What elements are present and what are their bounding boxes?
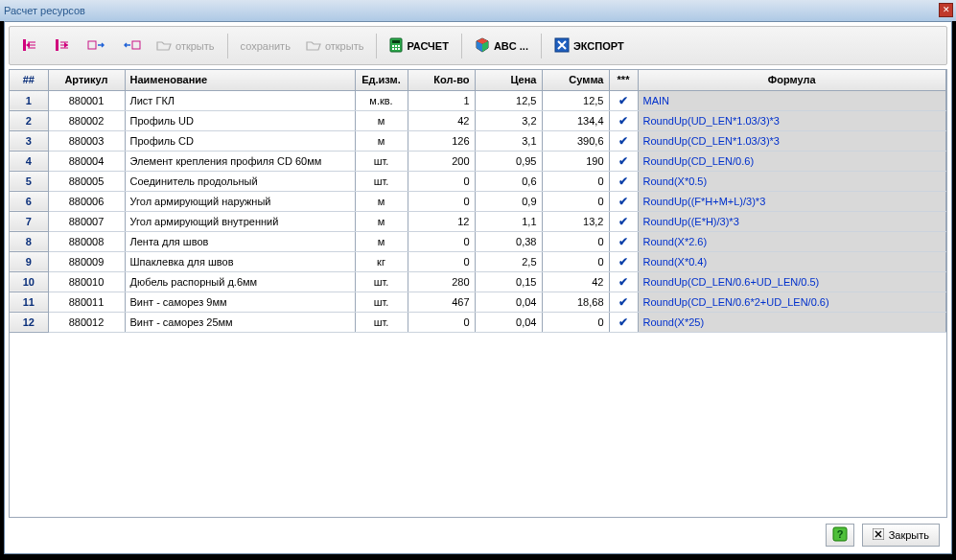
cell-qty[interactable]: 0 <box>408 191 475 211</box>
cell-qty[interactable]: 126 <box>408 130 475 151</box>
cell-formula[interactable]: RoundUp((F*H+M+L)/3)*3 <box>638 191 946 211</box>
cell-name[interactable]: Элемент крепления профиля CD 60мм <box>125 151 355 171</box>
cell-name[interactable]: Угол армирующий внутренний <box>125 211 355 231</box>
cell-qty[interactable]: 12 <box>408 211 475 231</box>
cell-formula[interactable]: Round(X*25) <box>638 312 946 332</box>
cell-unit[interactable]: м.кв. <box>355 90 408 110</box>
cell-sum[interactable]: 18,68 <box>542 292 609 312</box>
tb-arrow-left[interactable] <box>15 32 46 60</box>
col-header-formula[interactable]: Формула <box>638 70 946 90</box>
cell-article[interactable]: 880002 <box>48 110 125 130</box>
window-close-button[interactable]: ✕ <box>939 3 953 17</box>
cell-article[interactable]: 880007 <box>48 211 125 231</box>
tb-arrow-right[interactable] <box>48 32 79 60</box>
cell-unit[interactable]: м <box>355 211 408 231</box>
cell-check[interactable]: ✔ <box>609 251 638 271</box>
cell-formula[interactable]: MAIN <box>638 90 946 110</box>
cell-formula[interactable]: Round(X*0.4) <box>638 251 946 271</box>
col-header-check[interactable]: *** <box>609 70 638 90</box>
cell-unit[interactable]: кг <box>355 251 408 271</box>
table-row[interactable]: 8880008Лента для швовм00,380✔Round(X*2.6… <box>10 231 946 251</box>
cell-article[interactable]: 880004 <box>48 151 125 171</box>
cell-check[interactable]: ✔ <box>609 271 638 292</box>
cell-name[interactable]: Профиль CD <box>125 130 355 151</box>
cell-sum[interactable]: 0 <box>542 231 609 251</box>
cell-unit[interactable]: шт. <box>355 312 408 332</box>
cell-name[interactable]: Дюбель распорный д.6мм <box>125 271 355 292</box>
cell-price[interactable]: 1,1 <box>475 211 542 231</box>
cell-article[interactable]: 880011 <box>48 292 125 312</box>
cell-name[interactable]: Винт - саморез 25мм <box>125 312 355 332</box>
table-row[interactable]: 12880012Винт - саморез 25ммшт.00,040✔Rou… <box>10 312 946 332</box>
table-row[interactable]: 5880005Соединитель продольныйшт.00,60✔Ro… <box>10 171 946 191</box>
cell-price[interactable]: 0,04 <box>475 292 542 312</box>
cell-formula[interactable]: RoundUp(CD_LEN/0.6*2+UD_LEN/0.6) <box>638 292 946 312</box>
cell-formula[interactable]: RoundUp(CD_LEN*1.03/3)*3 <box>638 130 946 151</box>
cell-sum[interactable]: 190 <box>542 151 609 171</box>
col-header-num[interactable]: ## <box>10 70 48 90</box>
cell-sum[interactable]: 0 <box>542 191 609 211</box>
cell-article[interactable]: 880003 <box>48 130 125 151</box>
cell-name[interactable]: Лента для швов <box>125 231 355 251</box>
table-row[interactable]: 7880007Угол армирующий внутреннийм121,11… <box>10 211 946 231</box>
cell-qty[interactable]: 280 <box>408 271 475 292</box>
table-row[interactable]: 6880006Угол армирующий наружныйм00,90✔Ro… <box>10 191 946 211</box>
cell-check[interactable]: ✔ <box>609 90 638 110</box>
cell-article[interactable]: 880012 <box>48 312 125 332</box>
cell-unit[interactable]: м <box>355 130 408 151</box>
cell-unit[interactable]: шт. <box>355 271 408 292</box>
cell-qty[interactable]: 42 <box>408 110 475 130</box>
col-header-article[interactable]: Артикул <box>48 70 125 90</box>
cell-sum[interactable]: 0 <box>542 171 609 191</box>
cell-formula[interactable]: RoundUp(CD_LEN/0.6+UD_LEN/0.5) <box>638 271 946 292</box>
cell-check[interactable]: ✔ <box>609 292 638 312</box>
cell-formula[interactable]: RoundUp((E*H)/3)*3 <box>638 211 946 231</box>
cell-unit[interactable]: шт. <box>355 151 408 171</box>
tb-save[interactable]: сохранить <box>234 32 297 60</box>
cell-article[interactable]: 880001 <box>48 90 125 110</box>
tb-open-2[interactable]: открыть <box>299 32 371 60</box>
cell-sum[interactable]: 42 <box>542 271 609 292</box>
cell-qty[interactable]: 467 <box>408 292 475 312</box>
cell-qty[interactable]: 0 <box>408 251 475 271</box>
cell-price[interactable]: 0,04 <box>475 312 542 332</box>
cell-price[interactable]: 0,9 <box>475 191 542 211</box>
cell-qty[interactable]: 0 <box>408 231 475 251</box>
cell-check[interactable]: ✔ <box>609 231 638 251</box>
col-header-unit[interactable]: Ед.изм. <box>355 70 408 90</box>
cell-sum[interactable]: 134,4 <box>542 110 609 130</box>
col-header-qty[interactable]: Кол-во <box>408 70 475 90</box>
cell-name[interactable]: Винт - саморез 9мм <box>125 292 355 312</box>
cell-price[interactable]: 2,5 <box>475 251 542 271</box>
data-grid[interactable]: ## Артикул Наименование Ед.изм. Кол-во Ц… <box>9 69 947 518</box>
cell-check[interactable]: ✔ <box>609 191 638 211</box>
cell-name[interactable]: Шпаклевка для швов <box>125 251 355 271</box>
tb-export[interactable]: ЭКСПОРТ <box>548 32 631 60</box>
cell-price[interactable]: 0,15 <box>475 271 542 292</box>
col-header-price[interactable]: Цена <box>475 70 542 90</box>
cell-formula[interactable]: RoundUp(CD_LEN/0.6) <box>638 151 946 171</box>
tb-open-1[interactable]: открыть <box>150 32 222 60</box>
cell-article[interactable]: 880005 <box>48 171 125 191</box>
cell-check[interactable]: ✔ <box>609 171 638 191</box>
cell-check[interactable]: ✔ <box>609 312 638 332</box>
cell-check[interactable]: ✔ <box>609 110 638 130</box>
table-row[interactable]: 1880001Лист ГКЛм.кв.112,512,5✔MAIN <box>10 90 946 110</box>
cell-price[interactable]: 12,5 <box>475 90 542 110</box>
cell-sum[interactable]: 12,5 <box>542 90 609 110</box>
cell-check[interactable]: ✔ <box>609 130 638 151</box>
cell-price[interactable]: 3,2 <box>475 110 542 130</box>
cell-name[interactable]: Угол армирующий наружный <box>125 191 355 211</box>
cell-article[interactable]: 880008 <box>48 231 125 251</box>
cell-price[interactable]: 0,38 <box>475 231 542 251</box>
cell-unit[interactable]: м <box>355 191 408 211</box>
cell-sum[interactable]: 0 <box>542 312 609 332</box>
cell-price[interactable]: 0,6 <box>475 171 542 191</box>
cell-qty[interactable]: 0 <box>408 171 475 191</box>
cell-sum[interactable]: 13,2 <box>542 211 609 231</box>
cell-price[interactable]: 3,1 <box>475 130 542 151</box>
cell-unit[interactable]: шт. <box>355 292 408 312</box>
cell-sum[interactable]: 390,6 <box>542 130 609 151</box>
cell-unit[interactable]: м <box>355 110 408 130</box>
table-row[interactable]: 3880003Профиль CDм1263,1390,6✔RoundUp(CD… <box>10 130 946 151</box>
